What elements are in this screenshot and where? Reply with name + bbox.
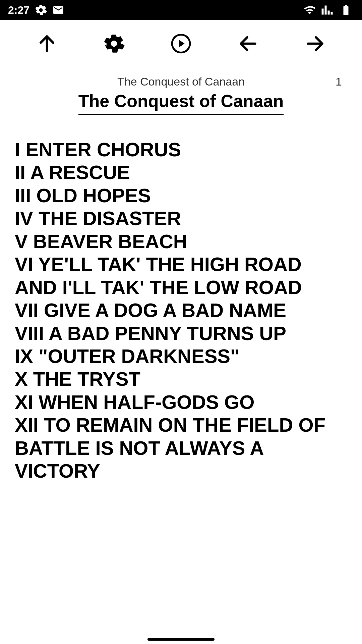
toc-item[interactable]: IX "OUTER DARKNESS"	[15, 345, 347, 368]
status-bar: 2:27	[0, 0, 362, 20]
toc-item[interactable]: VII GIVE A DOG A BAD NAME	[15, 299, 347, 322]
toc-item[interactable]: XI WHEN HALF-GODS GO	[15, 391, 347, 414]
book-title-large: The Conquest of Canaan	[78, 91, 284, 115]
table-of-contents: I ENTER CHORUSII A RESCUEIII OLD HOPESIV…	[0, 118, 362, 503]
time-display: 2:27	[8, 4, 29, 16]
toc-item[interactable]: I ENTER CHORUS	[15, 138, 347, 161]
toc-item[interactable]: II A RESCUE	[15, 161, 347, 184]
settings-status-icon	[35, 4, 47, 16]
toc-item[interactable]: III OLD HOPES	[15, 184, 347, 207]
settings-button[interactable]	[101, 30, 127, 57]
toc-item[interactable]: V BEAVER BEACH	[15, 230, 347, 253]
page-number: 1	[336, 75, 342, 88]
svg-marker-2	[179, 40, 185, 47]
toc-item[interactable]: IV THE DISASTER	[15, 207, 347, 230]
wifi-icon	[303, 4, 316, 16]
status-left: 2:27	[8, 4, 64, 16]
email-status-icon	[52, 4, 64, 16]
toolbar	[0, 20, 362, 67]
signal-icon	[320, 4, 334, 16]
status-right	[303, 4, 354, 16]
toc-item[interactable]: VI YE'LL TAK' THE HIGH ROAD AND I'LL TAK…	[15, 253, 347, 299]
toc-item[interactable]: XII TO REMAIN ON THE FIELD OF BATTLE IS …	[15, 414, 347, 482]
toc-item[interactable]: X THE TRYST	[15, 368, 347, 390]
book-title-small: The Conquest of Canaan	[117, 75, 245, 88]
up-button[interactable]	[34, 30, 60, 57]
home-indicator	[147, 638, 215, 641]
play-button[interactable]	[168, 30, 194, 57]
battery-icon	[338, 4, 354, 16]
toc-item[interactable]: VIII A BAD PENNY TURNS UP	[15, 322, 347, 345]
forward-button[interactable]	[302, 30, 328, 57]
back-button[interactable]	[235, 30, 261, 57]
